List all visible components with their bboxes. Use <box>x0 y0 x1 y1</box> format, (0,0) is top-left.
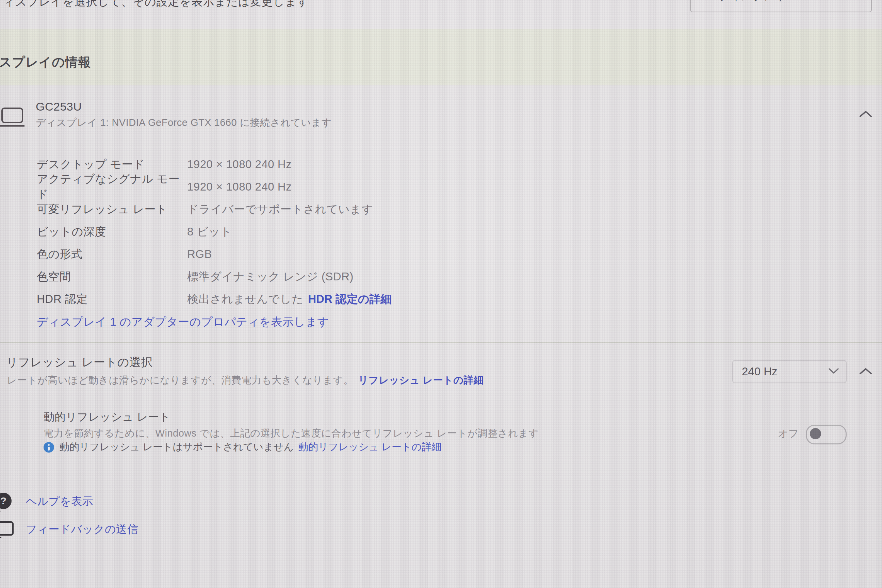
property-label: アクティブなシグナル モード <box>37 171 187 202</box>
info-icon <box>44 442 54 453</box>
table-row: 可変リフレッシュ レート ドライバーでサポートされています <box>37 198 547 220</box>
advanced-display-settings-page: ィスプレイを選択して、その設定を表示または変更します ディスプレイ 1: GC2… <box>0 0 882 588</box>
dynamic-refresh-rate-status-text: 動的リフレッシュ レートはサポートされていません <box>60 440 294 454</box>
hdr-certification-details-link[interactable]: HDR 認定の詳細 <box>308 292 392 307</box>
refresh-rate-dropdown[interactable]: 240 Hz <box>732 360 847 383</box>
monitor-icon <box>2 108 23 123</box>
dynamic-refresh-rate-description: 電力を節約するために、Windows では、上記の選択した速度に合わせてリフレッ… <box>44 427 538 440</box>
property-label: ビットの深度 <box>37 224 187 240</box>
help-bubble-icon <box>0 493 12 509</box>
feedback-bubble-icon <box>0 521 14 536</box>
dynamic-refresh-rate-toggle[interactable] <box>806 424 847 444</box>
property-label: デスクトップ モード <box>37 157 187 172</box>
property-label: 可変リフレッシュ レート <box>37 202 187 217</box>
property-label: 色の形式 <box>37 247 187 262</box>
property-label: HDR 認定 <box>37 292 187 307</box>
refresh-rate-details-link[interactable]: リフレッシュ レートの詳細 <box>358 375 484 386</box>
table-row: 色の形式 RGB <box>37 243 547 266</box>
adapter-properties-link[interactable]: ディスプレイ 1 のアダプターのプロパティを表示します <box>37 314 329 330</box>
property-value: 標準ダイナミック レンジ (SDR) <box>187 269 354 285</box>
refresh-rate-collapse-button[interactable] <box>859 367 873 376</box>
display-name-title: GC253U <box>36 100 82 113</box>
section-header-display-info: スプレイの情報 <box>0 54 91 71</box>
chevron-up-icon <box>859 110 873 118</box>
show-help-link[interactable]: ヘルプを表示 <box>26 494 93 509</box>
toggle-state-label: オフ <box>778 427 799 441</box>
table-row: アクティブなシグナル モード 1920 × 1080 240 Hz <box>37 176 547 198</box>
refresh-rate-section-title: リフレッシュ レートの選択 <box>6 355 153 370</box>
dynamic-refresh-rate-details-link[interactable]: 動的リフレッシュ レートの詳細 <box>298 440 441 454</box>
refresh-rate-description-text: レートが高いほど動きは滑らかになりますが、消費電力も大きくなります。 <box>7 375 354 386</box>
chevron-down-icon <box>828 368 839 376</box>
display-properties-table: デスクトップ モード 1920 × 1080 240 Hz アクティブなシグナル… <box>37 153 547 310</box>
refresh-rate-selected-value: 240 Hz <box>733 365 828 378</box>
table-row: ビットの深度 8 ビット <box>37 220 547 243</box>
property-value: 検出されませんでした <box>187 292 303 307</box>
toggle-knob <box>810 428 821 439</box>
display-info-collapse-button[interactable] <box>859 110 873 118</box>
table-row: 色空間 標準ダイナミック レンジ (SDR) <box>37 266 547 288</box>
property-value: RGB <box>187 248 212 261</box>
chevron-up-icon <box>859 367 873 376</box>
property-value: ドライバーでサポートされています <box>187 202 373 217</box>
send-feedback-link[interactable]: フィードバックの送信 <box>26 522 138 537</box>
page-caption: ィスプレイを選択して、その設定を表示または変更します <box>3 0 309 9</box>
dynamic-refresh-rate-status: 動的リフレッシュ レートはサポートされていません 動的リフレッシュ レートの詳細 <box>44 440 441 454</box>
property-value: 8 ビット <box>187 224 232 240</box>
display-connection-subtitle: ディスプレイ 1: NVIDIA GeForce GTX 1660 に接続されて… <box>36 116 332 130</box>
property-value: 1920 × 1080 240 Hz <box>187 180 292 193</box>
refresh-rate-section-description: レートが高いほど動きは滑らかになりますが、消費電力も大きくなります。リフレッシュ… <box>7 374 483 387</box>
property-label: 色空間 <box>37 269 187 285</box>
dynamic-refresh-rate-title: 動的リフレッシュ レート <box>44 410 171 424</box>
property-value: 1920 × 1080 240 Hz <box>187 158 292 171</box>
table-row: HDR 認定 検出されませんでした HDR 認定の詳細 <box>37 288 547 310</box>
display-selector-dropdown[interactable]: ディスプレイ 1: GC253U <box>690 0 872 12</box>
section-divider <box>0 342 882 343</box>
